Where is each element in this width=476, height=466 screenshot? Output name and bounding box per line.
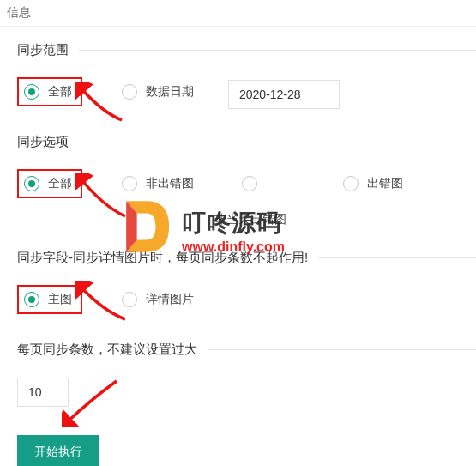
radio-icon — [122, 292, 137, 307]
radio-label: 全部 — [48, 84, 72, 100]
radio-label: 全部 — [48, 176, 72, 191]
radio-scope-all[interactable]: 全部 — [24, 84, 72, 100]
options-legend: 同步选项 — [17, 134, 79, 150]
section-pagesize: 每页同步条数，不建议设置过大 — [17, 342, 476, 408]
radio-label: 详情图片 — [146, 292, 194, 307]
scope-legend: 同步范围 — [17, 42, 79, 58]
section-options: 同步选项 全部 非出错图 出错图 非当天出错图 — [17, 134, 476, 227]
radio-icon — [24, 292, 39, 307]
pagesize-input[interactable] — [17, 378, 69, 407]
opt-not-today-err: 非当天出错图 — [214, 212, 286, 226]
radio-label: 非出错图 — [146, 176, 194, 191]
radio-icon — [242, 176, 257, 191]
radio-scope-date[interactable]: 数据日期 — [122, 84, 194, 100]
radio-opts-all[interactable]: 全部 — [24, 176, 72, 191]
sync-form: 同步范围 全部 数据日期 同步选项 全部 — [0, 42, 476, 466]
submit-bar: 开始执行 — [17, 430, 476, 466]
radio-label: 主图 — [48, 292, 72, 307]
radio-opts-not-err[interactable]: 非出错图 — [122, 176, 194, 191]
date-input[interactable] — [228, 80, 340, 109]
radio-label: 数据日期 — [146, 84, 194, 100]
highlight-box-scope-all: 全部 — [17, 77, 82, 106]
fields-legend: 同步字段-同步详情图片时，每页同步条数不起作用! — [17, 250, 318, 266]
radio-opts-unlabeled[interactable] — [242, 176, 266, 191]
radio-icon — [343, 176, 359, 191]
radio-fields-main[interactable]: 主图 — [24, 292, 72, 307]
highlight-box-opts-all: 全部 — [17, 169, 82, 198]
radio-fields-detail[interactable]: 详情图片 — [122, 292, 194, 307]
radio-opts-err[interactable]: 出错图 — [343, 176, 403, 191]
radio-label: 出错图 — [367, 176, 403, 191]
submit-button[interactable]: 开始执行 — [17, 435, 99, 466]
radio-icon — [122, 176, 137, 191]
section-scope: 同步范围 全部 数据日期 — [17, 42, 476, 112]
pagesize-legend: 每页同步条数，不建议设置过大 — [17, 342, 208, 358]
highlight-box-fields-main: 主图 — [17, 285, 82, 314]
radio-icon — [24, 176, 39, 191]
radio-icon — [24, 84, 39, 100]
radio-icon — [122, 84, 137, 100]
section-fields: 同步字段-同步详情图片时，每页同步条数不起作用! 主图 详情图片 — [17, 250, 476, 319]
page-title: 信息 — [0, 0, 476, 27]
